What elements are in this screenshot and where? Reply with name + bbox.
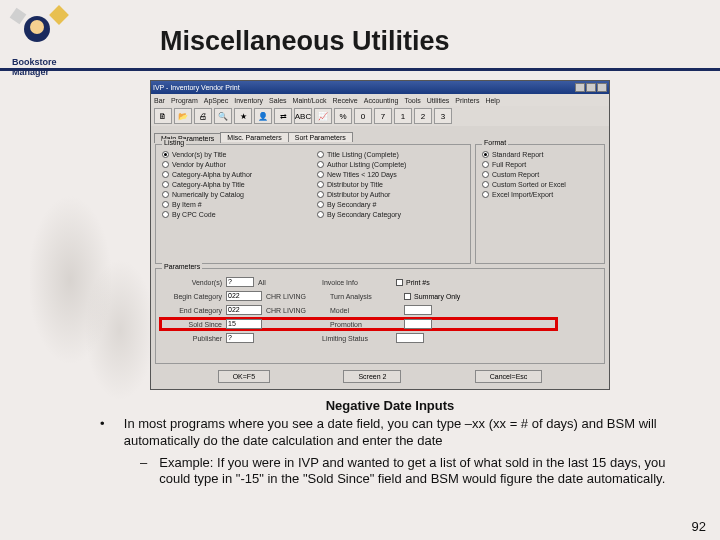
highlight-sold-since-row: Sold Since 15 Promotion: [159, 317, 558, 331]
label-publisher: Publisher: [162, 335, 222, 342]
radio-standard-report[interactable]: Standard Report: [482, 151, 598, 158]
logo-line2: Manager: [12, 67, 49, 77]
toolbar-button[interactable]: 🔍: [214, 108, 232, 124]
tab-bar: Main Parameters Misc. Parameters Sort Pa…: [151, 126, 609, 142]
toolbar-button[interactable]: 👤: [254, 108, 272, 124]
button-bar: OK=F5 Screen 2 Cancel=Esc: [151, 366, 609, 387]
slide-body: Negative Date Inputs • In most programs …: [100, 398, 680, 487]
radio-category-alpha-title[interactable]: Category-Alpha by Title: [162, 181, 309, 188]
checkbox-print-nums[interactable]: [396, 279, 403, 286]
menu-item[interactable]: Sales: [269, 97, 287, 104]
toolbar-button[interactable]: %: [334, 108, 352, 124]
format-fieldset: Format Standard Report Full Report Custo…: [475, 144, 605, 264]
radio-by-item-num[interactable]: By Item #: [162, 201, 309, 208]
radio-category-alpha-author[interactable]: Category-Alpha by Author: [162, 171, 309, 178]
tab-sort-parameters[interactable]: Sort Parameters: [288, 132, 353, 142]
parameters-fieldset: Parameters Vendor(s) ? All Invoice Info …: [155, 268, 605, 364]
radio-full-report[interactable]: Full Report: [482, 161, 598, 168]
tab-misc-parameters[interactable]: Misc. Parameters: [220, 132, 288, 142]
radio-secondary-category[interactable]: By Secondary Category: [317, 211, 464, 218]
menu-item[interactable]: Bar: [154, 97, 165, 104]
sub-bullet-text: Example: If you were in IVP and wanted t…: [159, 455, 680, 488]
bullet-icon: •: [100, 416, 108, 449]
menu-item[interactable]: ApSpec: [204, 97, 229, 104]
label-vendors: Vendor(s): [162, 279, 222, 286]
value-end-category: CHR LIVING: [266, 307, 326, 314]
input-limiting-status[interactable]: [396, 333, 424, 343]
menu-item[interactable]: Tools: [404, 97, 420, 104]
input-sold-since[interactable]: 15: [226, 319, 262, 329]
radio-author-listing[interactable]: Author Listing (Complete): [317, 161, 464, 168]
toolbar-button[interactable]: 📂: [174, 108, 192, 124]
params-legend: Parameters: [162, 263, 202, 270]
radio-custom-report[interactable]: Custom Report: [482, 171, 598, 178]
toolbar-button[interactable]: 📈: [314, 108, 332, 124]
menu-item[interactable]: Utilities: [427, 97, 450, 104]
toolbar-button[interactable]: 3: [434, 108, 452, 124]
ok-button[interactable]: OK=F5: [218, 370, 270, 383]
radio-new-titles[interactable]: New Titles < 120 Days: [317, 171, 464, 178]
menu-item[interactable]: Program: [171, 97, 198, 104]
menu-item[interactable]: Accounting: [364, 97, 399, 104]
dash-icon: –: [140, 455, 147, 488]
radio-excel-import-export[interactable]: Excel Import/Export: [482, 191, 598, 198]
menu-item[interactable]: Printers: [455, 97, 479, 104]
minimize-icon[interactable]: [575, 83, 585, 92]
checkbox-summary-only[interactable]: [404, 293, 411, 300]
label-limiting-status: Limiting Status: [322, 335, 392, 342]
label-invoice-info: Invoice Info: [322, 279, 392, 286]
label-promotion: Promotion: [330, 321, 400, 328]
toolbar-button[interactable]: 1: [394, 108, 412, 124]
maximize-icon[interactable]: [586, 83, 596, 92]
toolbar-button[interactable]: 7: [374, 108, 392, 124]
window-titlebar: IVP - Inventory Vendor Print: [151, 81, 609, 94]
window-title: IVP - Inventory Vendor Print: [153, 84, 240, 91]
input-promotion[interactable]: [404, 319, 432, 329]
format-legend: Format: [482, 139, 508, 146]
app-window: IVP - Inventory Vendor Print Bar Program…: [150, 80, 610, 390]
label-turn-analysis: Turn Analysis: [330, 293, 400, 300]
radio-distributor-title[interactable]: Distributor by Title: [317, 181, 464, 188]
toolbar-button[interactable]: ABC: [294, 108, 312, 124]
toolbar-button[interactable]: 🗎: [154, 108, 172, 124]
logo-line1: Bookstore: [12, 57, 57, 67]
value-vendors: All: [258, 279, 318, 286]
menu-item[interactable]: Receive: [332, 97, 357, 104]
radio-numerically-catalog[interactable]: Numerically by Catalog: [162, 191, 309, 198]
close-icon[interactable]: [597, 83, 607, 92]
listing-fieldset: Listing Vendor(s) by Title Vendor by Aut…: [155, 144, 471, 264]
radio-distributor-author[interactable]: Distributor by Author: [317, 191, 464, 198]
input-vendors[interactable]: ?: [226, 277, 254, 287]
toolbar-button[interactable]: 2: [414, 108, 432, 124]
radio-custom-sorted[interactable]: Custom Sorted or Excel: [482, 181, 598, 188]
menu-item[interactable]: Inventory: [234, 97, 263, 104]
cancel-button[interactable]: Cancel=Esc: [475, 370, 543, 383]
screen2-button[interactable]: Screen 2: [343, 370, 401, 383]
toolbar-button[interactable]: 🖨: [194, 108, 212, 124]
value-begin-category: CHR LIVING: [266, 293, 326, 300]
label-begin-category: Begin Category: [162, 293, 222, 300]
label-sold-since: Sold Since: [162, 321, 222, 328]
subtitle: Negative Date Inputs: [100, 398, 680, 414]
radio-title-listing[interactable]: Title Listing (Complete): [317, 151, 464, 158]
toolbar-button[interactable]: ⇄: [274, 108, 292, 124]
menu-item[interactable]: Maint/Lock: [293, 97, 327, 104]
radio-vendor-by-title[interactable]: Vendor(s) by Title: [162, 151, 309, 158]
radio-vendor-by-author[interactable]: Vendor by Author: [162, 161, 309, 168]
input-begin-category[interactable]: 022: [226, 291, 262, 301]
radio-by-cpc-code[interactable]: By CPC Code: [162, 211, 309, 218]
input-publisher[interactable]: ?: [226, 333, 254, 343]
label-model: Model: [330, 307, 400, 314]
toolbar: 🗎 📂 🖨 🔍 ★ 👤 ⇄ ABC 📈 % 0 7 1 2 3: [151, 106, 609, 126]
toolbar-button[interactable]: 0: [354, 108, 372, 124]
input-model[interactable]: [404, 305, 432, 315]
divider: [0, 68, 720, 71]
menu-item[interactable]: Help: [485, 97, 499, 104]
menu-bar: Bar Program ApSpec Inventory Sales Maint…: [151, 94, 609, 106]
slide-title: Miscellaneous Utilities: [160, 26, 450, 57]
bullet-text: In most programs where you see a date fi…: [124, 416, 680, 449]
radio-secondary-num[interactable]: By Secondary #: [317, 201, 464, 208]
input-end-category[interactable]: 022: [226, 305, 262, 315]
toolbar-button[interactable]: ★: [234, 108, 252, 124]
label-end-category: End Category: [162, 307, 222, 314]
